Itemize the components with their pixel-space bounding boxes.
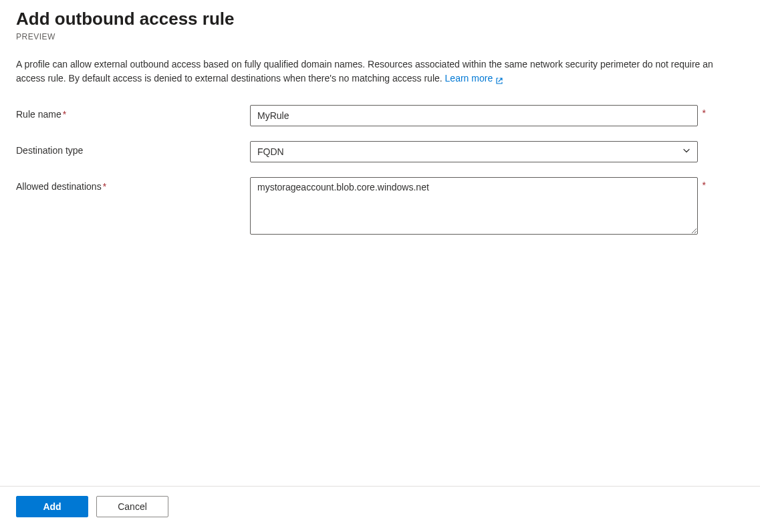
destination-type-label: Destination type xyxy=(16,141,250,156)
external-link-icon xyxy=(495,75,503,83)
description-text: A profile can allow external outbound ac… xyxy=(16,59,713,84)
destination-type-select[interactable]: FQDN xyxy=(250,141,698,162)
rule-name-label: Rule name* xyxy=(16,105,250,120)
allowed-destinations-row: Allowed destinations* * xyxy=(16,177,744,237)
page-title: Add outbound access rule xyxy=(16,8,744,31)
destination-type-value: FQDN xyxy=(257,146,284,157)
required-asterisk: * xyxy=(103,181,106,192)
page-description: A profile can allow external outbound ac… xyxy=(16,57,725,86)
add-button[interactable]: Add xyxy=(16,496,88,517)
required-asterisk: * xyxy=(703,180,706,190)
learn-more-label: Learn more xyxy=(445,72,493,86)
learn-more-link[interactable]: Learn more xyxy=(445,72,504,86)
page-header: Add outbound access rule PREVIEW xyxy=(16,8,744,41)
allowed-destinations-input[interactable] xyxy=(250,177,698,235)
rule-name-row: Rule name* * xyxy=(16,105,744,126)
required-asterisk: * xyxy=(63,109,66,120)
destination-type-row: Destination type FQDN xyxy=(16,141,744,162)
footer-actions: Add Cancel xyxy=(0,486,760,532)
rule-name-input[interactable] xyxy=(250,105,698,126)
required-asterisk: * xyxy=(703,108,706,118)
cancel-button[interactable]: Cancel xyxy=(96,496,168,517)
preview-badge: PREVIEW xyxy=(16,32,744,41)
allowed-destinations-label: Allowed destinations* xyxy=(16,177,250,192)
